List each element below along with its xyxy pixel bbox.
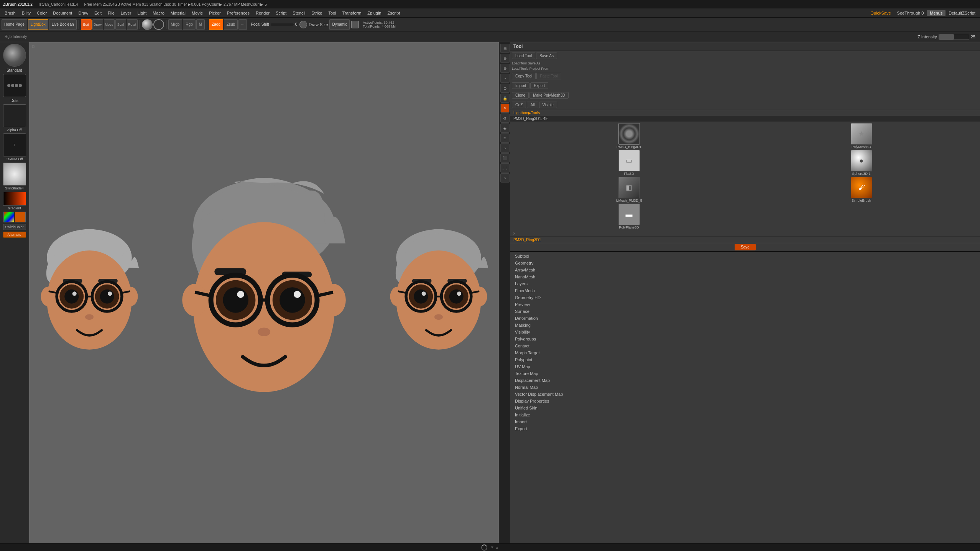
menu-ability[interactable]: Bility bbox=[19, 10, 34, 16]
menu-transform[interactable]: Transform bbox=[339, 10, 365, 16]
menu-masking[interactable]: Masking bbox=[510, 322, 980, 329]
right-icon-2[interactable]: ⊕ bbox=[500, 54, 510, 63]
edit-button[interactable]: Edit bbox=[81, 19, 92, 30]
menu-macro[interactable]: Macro bbox=[150, 10, 168, 16]
dynamic-button[interactable]: Dynamic bbox=[329, 19, 350, 30]
menu-unified-skin[interactable]: Unified Skin bbox=[510, 405, 980, 411]
menu-quicksave[interactable]: QuickSave bbox=[867, 10, 894, 16]
rotate-button[interactable]: Rotat bbox=[127, 19, 138, 30]
menu-material[interactable]: Material bbox=[168, 10, 189, 16]
draw-button[interactable]: Draw bbox=[92, 19, 103, 30]
material-box[interactable] bbox=[3, 163, 26, 186]
menu-edit[interactable]: Edit bbox=[91, 10, 105, 16]
menu-fibermesh[interactable]: FiberMesh bbox=[510, 287, 980, 294]
menu-menus[interactable]: Menus bbox=[927, 10, 945, 16]
right-icon-11[interactable]: ⬛ bbox=[500, 153, 510, 163]
menu-draw[interactable]: Draw bbox=[75, 10, 91, 16]
menu-tool[interactable]: Tool bbox=[325, 10, 339, 16]
menu-preview[interactable]: Preview bbox=[510, 301, 980, 308]
menu-vector-displacement[interactable]: Vector Displacement Map bbox=[510, 391, 980, 398]
menu-display-properties[interactable]: Display Properties bbox=[510, 398, 980, 405]
switch-color-button[interactable]: SwitchColor bbox=[3, 224, 26, 230]
menu-defaultzscript[interactable]: DefaultZScript bbox=[945, 10, 978, 16]
menu-morph-target[interactable]: Morph Target bbox=[510, 349, 980, 356]
menu-zplugin[interactable]: Zplugin bbox=[364, 10, 384, 16]
alternate-button[interactable]: Alternate bbox=[3, 232, 26, 238]
menu-strike[interactable]: Strike bbox=[308, 10, 325, 16]
all-button[interactable]: All bbox=[527, 102, 538, 108]
home-page-button[interactable]: Home Page bbox=[2, 19, 27, 30]
copy-tool-button[interactable]: Copy Tool bbox=[512, 73, 536, 79]
menu-texture-map[interactable]: Texture Map bbox=[510, 370, 980, 377]
menu-deformation[interactable]: Deformation bbox=[510, 315, 980, 322]
secondary-color-swatch[interactable] bbox=[15, 212, 26, 222]
alpha-box[interactable] bbox=[3, 104, 26, 127]
mesh-thumb-ring3d1[interactable]: ● PM3D_Ring3D1 bbox=[513, 123, 745, 149]
dots-preview[interactable] bbox=[3, 74, 26, 97]
right-icon-8[interactable]: ◈ bbox=[500, 123, 510, 133]
menu-contact[interactable]: Contact bbox=[510, 342, 980, 349]
menu-color[interactable]: Color bbox=[34, 10, 50, 16]
import-button[interactable]: Import bbox=[512, 82, 529, 89]
menu-light[interactable]: Light bbox=[134, 10, 150, 16]
right-icon-4[interactable]: ↔ bbox=[500, 74, 510, 83]
menu-stencil[interactable]: Stencil bbox=[289, 10, 308, 16]
menu-import-bottom[interactable]: Import bbox=[510, 418, 980, 425]
menu-uv-map[interactable]: UV Map bbox=[510, 363, 980, 370]
lightbox-tools-label[interactable]: Lightbox▶Tools bbox=[513, 111, 540, 115]
right-icon-9[interactable]: ≡ bbox=[500, 133, 510, 143]
menu-geometry-hd[interactable]: Geometry HD bbox=[510, 294, 980, 301]
menu-layers[interactable]: Layers bbox=[510, 280, 980, 287]
load-tool-button[interactable]: Load Tool bbox=[512, 53, 535, 59]
menu-brush[interactable]: Brush bbox=[2, 10, 19, 16]
right-icon-10[interactable]: ○ bbox=[500, 143, 510, 153]
goz-button[interactable]: GoZ bbox=[512, 102, 526, 108]
menu-script[interactable]: Script bbox=[273, 10, 289, 16]
right-icon-13[interactable]: ○ bbox=[500, 173, 510, 183]
menu-subtool[interactable]: Subtool bbox=[510, 253, 980, 260]
m-button[interactable]: M bbox=[196, 19, 205, 30]
menu-document[interactable]: Document bbox=[50, 10, 75, 16]
menu-zscript[interactable]: Zscript bbox=[384, 10, 403, 16]
brush-preview[interactable] bbox=[3, 44, 26, 67]
lightbox-button[interactable]: LightBox bbox=[28, 19, 48, 30]
right-icon-5[interactable]: ⊙ bbox=[500, 84, 510, 93]
live-boolean-button[interactable]: Live Boolean bbox=[49, 19, 77, 30]
menu-initialize[interactable]: Initialize bbox=[510, 411, 980, 418]
menu-visibility[interactable]: Visibility bbox=[510, 329, 980, 336]
export-button[interactable]: Export bbox=[530, 82, 548, 89]
mesh-thumb-simplebrush[interactable]: 🖌 SimpleBrush bbox=[746, 177, 977, 202]
menu-layer[interactable]: Layer bbox=[118, 10, 135, 16]
move-button[interactable]: Move bbox=[104, 19, 115, 30]
ring-icon-btn[interactable] bbox=[153, 19, 164, 30]
menu-displacement-map[interactable]: Displacement Map bbox=[510, 377, 980, 384]
focal-shift-slider[interactable] bbox=[271, 23, 294, 26]
right-icon-save[interactable]: S bbox=[500, 104, 510, 113]
menu-seethrough[interactable]: SeeThrough 0 bbox=[894, 10, 927, 16]
zint-toggle[interactable]: ··· bbox=[238, 19, 247, 30]
texture-box[interactable]: T bbox=[3, 133, 26, 156]
rgb-button[interactable]: Rgb bbox=[183, 19, 195, 30]
menu-nanomesh[interactable]: NanoMesh bbox=[510, 273, 980, 280]
visible-button[interactable]: Visible bbox=[539, 102, 557, 108]
menu-file[interactable]: File bbox=[105, 10, 118, 16]
menu-picker[interactable]: Picker bbox=[206, 10, 224, 16]
menu-geometry[interactable]: Geometry bbox=[510, 260, 980, 266]
right-icon-12[interactable]: ⋮⋮ bbox=[500, 163, 510, 173]
gradient-box[interactable] bbox=[3, 192, 26, 206]
right-icon-3[interactable]: ⊖ bbox=[500, 64, 510, 73]
canvas-area[interactable]: □ bbox=[29, 42, 499, 543]
mesh-thumb-umesh[interactable]: ◧ UMesh_PM3D_5 bbox=[513, 177, 745, 202]
make-polymesh-button[interactable]: Make PolyMesh3D bbox=[529, 92, 569, 99]
save-button[interactable]: Save bbox=[735, 244, 756, 250]
mesh-thumb-polyplane[interactable]: ▬ PolyPlane3D bbox=[513, 204, 745, 229]
zadd-button[interactable]: Zadd bbox=[209, 19, 223, 30]
menu-render[interactable]: Render bbox=[253, 10, 273, 16]
mesh-thumb-flat3d[interactable]: ▭ Flat3D bbox=[513, 150, 745, 176]
menu-polygroups[interactable]: Polygroups bbox=[510, 336, 980, 342]
sphere-icon-btn[interactable] bbox=[142, 19, 153, 30]
mesh-thumb-polymesh3d[interactable]: ★ PolyMesh3D bbox=[746, 123, 977, 149]
menu-normal-map[interactable]: Normal Map bbox=[510, 384, 980, 391]
zsub-button[interactable]: Zsub bbox=[224, 19, 238, 30]
paste-tool-button[interactable]: Paste Tool bbox=[536, 73, 561, 79]
